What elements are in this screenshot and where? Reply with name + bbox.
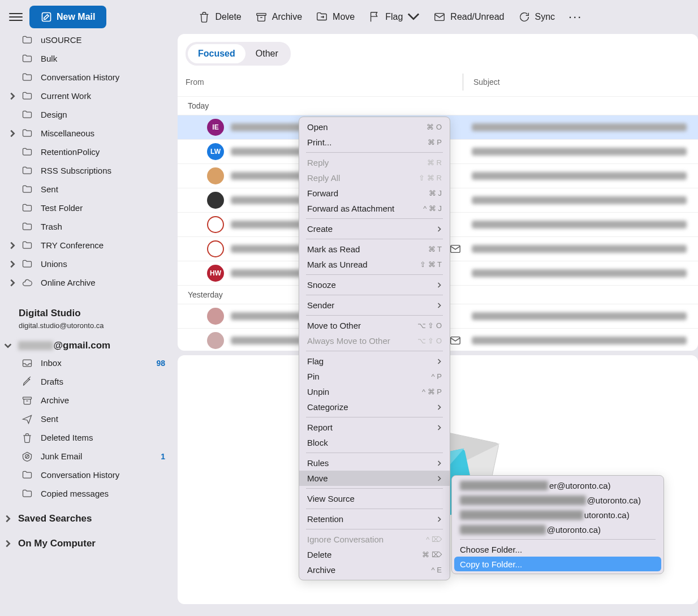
folder-test-folder[interactable]: Test Folder [0,199,174,217]
pivot-focused[interactable]: Focused [188,44,245,63]
menu-pin[interactable]: Pin^ P [299,369,450,384]
avatar: IE [207,119,224,136]
menu-delete[interactable]: Delete⌘ ⌦ [299,547,450,562]
flag-button[interactable]: Flag [368,11,420,23]
envelope-open-icon[interactable] [449,243,462,255]
separator [460,539,656,540]
folder-conversation-history[interactable]: Conversation History [0,68,174,87]
folder-sent[interactable]: Sent [0,180,174,199]
move-destination[interactable]: Redac . redacted redacted.redact@utoront… [454,493,661,507]
archive-button[interactable]: Archive [255,11,302,23]
folder-unions[interactable]: Unions [0,255,174,273]
junk-icon [21,451,33,462]
move-submenu: Redact redacted.redacter@utoronto.ca)Red… [451,475,664,574]
menu-snooze[interactable]: Snooze [299,277,450,292]
menu-mark-as-read[interactable]: Mark as Read⌘ T [299,242,450,257]
menu-move[interactable]: Move [299,471,450,486]
menu-block[interactable]: Block [299,435,450,450]
inbox-icon [21,357,33,369]
read-unread-button[interactable]: Read/Unread [433,11,504,23]
menu-mark-as-unread[interactable]: Mark as Unread⇧ ⌘ T [299,257,450,272]
menu-view-source[interactable]: View Source [299,491,450,506]
menu-categorize[interactable]: Categorize [299,399,450,415]
folder-icon [21,147,33,158]
separator [306,488,443,489]
menu-sender[interactable]: Sender [299,298,450,313]
menu-open[interactable]: Open⌘ O [299,119,450,135]
menu-print-[interactable]: Print...⌘ P [299,135,450,150]
column-from[interactable]: From [186,77,463,87]
folder-current-work[interactable]: Current Work [0,87,174,105]
menu-label: Archive [307,565,432,575]
new-mail-button[interactable]: New Mail [29,6,106,28]
menu-rules[interactable]: Rules [299,455,450,471]
menu-label: Rules [307,458,437,468]
account-email: digital.studio@utoronto.ca [19,321,174,330]
menu-forward[interactable]: Forward⌘ J [299,186,450,201]
menu-forward-as-attachment[interactable]: Forward as Attachment^ ⌘ J [299,201,450,216]
delete-button[interactable]: Delete [198,11,241,23]
folder-usource[interactable]: uSOURCE [0,31,174,49]
menu-report[interactable]: Report [299,420,450,435]
menu-archive[interactable]: Archive^ E [299,562,450,578]
folder-try-conference[interactable]: TRY Conference [0,236,174,255]
folder-retentionpolicy[interactable]: RetentionPolicy [0,143,174,161]
account-gmail[interactable]: redacted @gmail.com [0,331,174,354]
folder-inbox[interactable]: Inbox98 [0,354,174,372]
folder-online-archive[interactable]: Online Archive [0,273,174,292]
subject-obscured [472,196,687,204]
menu-reply-all: Reply All⇧ ⌘ R [299,170,450,186]
separator [306,274,443,275]
folder-rss-subscriptions[interactable]: RSS Subscriptions [0,161,174,180]
folder-archive[interactable]: Archive [0,391,174,410]
folder-conversation-history[interactable]: Conversation History [0,466,174,484]
menu-label: Flag [307,356,437,366]
chevron-right-icon [437,460,442,467]
pivot-other[interactable]: Other [245,44,288,63]
menu-flag[interactable]: Flag [299,354,450,369]
folder-trash[interactable]: Trash [0,217,174,236]
folder-label: RetentionPolicy [41,147,174,157]
saved-searches[interactable]: Saved Searches [0,503,174,528]
folder-miscellaneous[interactable]: Miscellaneous [0,124,174,143]
subject-obscured [472,337,687,344]
shortcut: ^ ⌘ P [422,387,442,396]
hamburger-menu[interactable] [9,10,23,24]
folder-sent[interactable]: Sent [0,410,174,428]
move-destination[interactable]: REDA Redacte redacted.redacteutoronto.ca… [454,507,661,522]
folder-drafts[interactable]: Drafts [0,372,174,391]
envelope-open-icon[interactable] [449,334,462,347]
move-destination[interactable]: Redac redacted.redact@utoronto.ca) [454,522,661,537]
move-button[interactable]: Move [316,11,355,23]
folder-icon [21,128,33,139]
copy-to-folder-item[interactable]: Copy to Folder... [454,557,661,571]
avatar: HW [207,265,224,282]
chevron-right-icon [437,404,442,411]
folder-design[interactable]: Design [0,105,174,124]
chevron-right-icon [8,241,17,250]
move-destination[interactable]: Redact redacted.redacter@utoronto.ca) [454,478,661,493]
chevron-right-icon [437,282,442,288]
subject-obscured [472,245,687,253]
sent-icon [21,413,33,425]
folder-icon [21,53,33,64]
menu-label: Forward as Attachment [307,204,423,213]
menu-unpin[interactable]: Unpin^ ⌘ P [299,384,450,399]
column-subject[interactable]: Subject [473,77,500,87]
folder-deleted-items[interactable]: Deleted Items [0,428,174,447]
account-digital-studio[interactable]: Digital Studio digital.studio@utoronto.c… [19,308,174,330]
folder-bulk[interactable]: Bulk [0,49,174,68]
menu-label: Print... [307,137,428,147]
sync-button[interactable]: Sync [518,11,555,23]
on-my-computer[interactable]: On My Computer [0,528,174,553]
menu-retention[interactable]: Retention [299,511,450,527]
folder-copied-messages[interactable]: Copied messages [0,484,174,503]
more-button[interactable]: ··· [568,10,582,24]
folder-label: Sent [41,414,174,424]
menu-move-to-other[interactable]: Move to Other⌥ ⇧ O [299,318,450,333]
choose-folder-item[interactable]: Choose Folder... [454,542,661,557]
folder-junk-email[interactable]: Junk Email1 [0,447,174,466]
obscured-email-prefix: redacted [18,341,53,350]
folder-icon [21,165,33,176]
menu-create[interactable]: Create [299,221,450,236]
